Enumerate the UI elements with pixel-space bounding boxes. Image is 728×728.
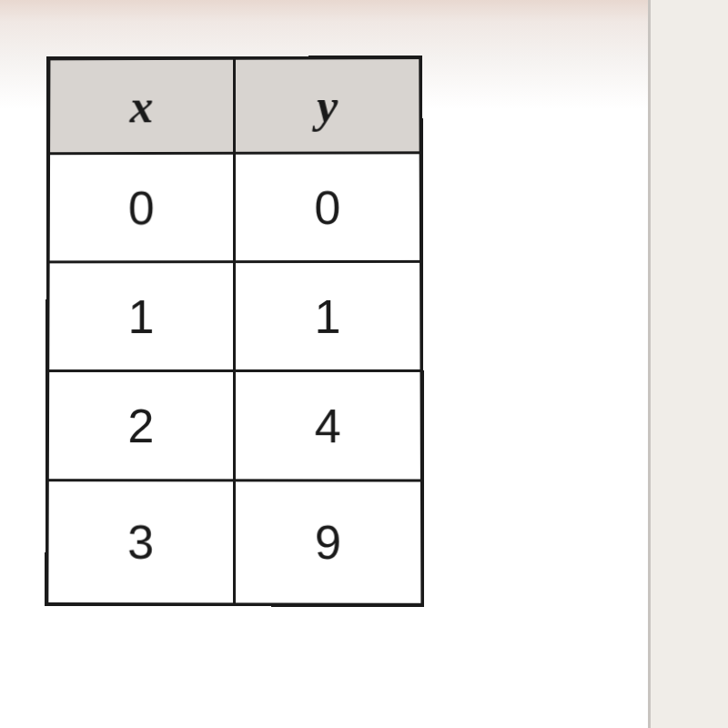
table-row: 0 0	[48, 153, 421, 262]
table-row: 2 4	[47, 370, 422, 480]
table-row: 1 1	[47, 261, 421, 370]
table-header-row: x y	[48, 57, 421, 154]
table-row: 3 9	[46, 480, 422, 605]
page-divider	[648, 0, 651, 728]
header-y: y	[235, 57, 421, 153]
page-background-right	[651, 0, 728, 728]
cell-y: 4	[235, 370, 422, 480]
xy-table: x y 0 0 1 1 2 4 3 9	[45, 56, 424, 607]
cell-y: 1	[235, 261, 422, 370]
header-x: x	[48, 58, 234, 154]
cell-y: 9	[235, 480, 423, 605]
cell-x: 0	[48, 153, 235, 262]
data-table-container: x y 0 0 1 1 2 4 3 9	[45, 56, 424, 607]
cell-x: 3	[46, 480, 234, 605]
cell-x: 2	[47, 371, 235, 480]
cell-x: 1	[47, 262, 234, 371]
cell-y: 0	[235, 153, 422, 262]
